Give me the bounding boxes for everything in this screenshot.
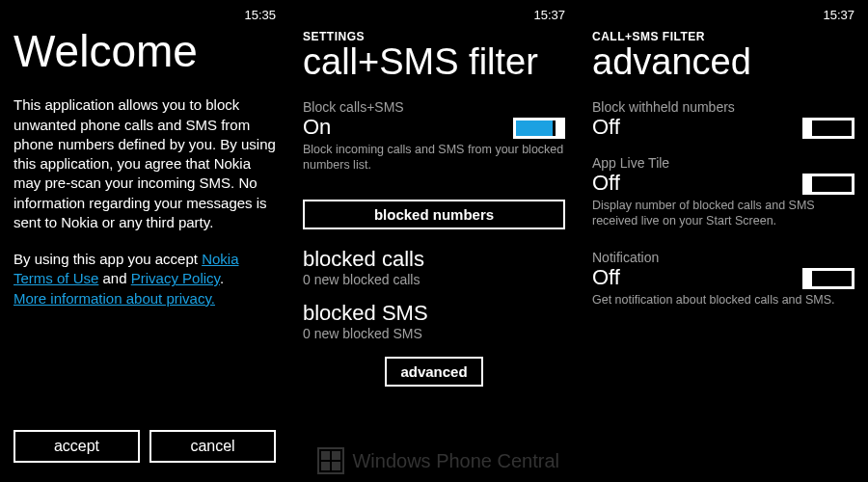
advanced-screen: 15:37 CALL+SMS FILTER advanced Block wit… xyxy=(579,0,868,482)
privacy-link[interactable]: Privacy Policy xyxy=(131,270,220,286)
setting-value: Off xyxy=(592,265,620,290)
toggle-row: On xyxy=(303,115,565,142)
page-title: Welcome xyxy=(14,28,276,74)
notification-toggle[interactable] xyxy=(802,268,854,289)
setting-description: Get notification about blocked calls and… xyxy=(592,292,854,308)
text: By using this app you accept xyxy=(14,251,202,267)
text: . xyxy=(220,270,224,286)
setting-label: App Live Tile xyxy=(592,155,854,171)
setting-label: Block calls+SMS xyxy=(303,99,565,115)
setting-value: Off xyxy=(592,171,620,196)
welcome-body-1: This application allows you to block unw… xyxy=(14,95,276,232)
toggle-row: Off xyxy=(592,265,854,292)
status-bar: 15:37 xyxy=(303,8,565,22)
blocked-calls-heading[interactable]: blocked calls xyxy=(303,247,565,272)
welcome-screen: 15:35 Welcome This application allows yo… xyxy=(0,0,289,482)
more-privacy-link[interactable]: More information about privacy. xyxy=(14,290,215,307)
live-tile-toggle[interactable] xyxy=(802,174,854,195)
clock: 15:37 xyxy=(823,8,854,22)
blocked-calls-sub: 0 new blocked calls xyxy=(303,272,565,287)
windows-icon xyxy=(317,447,344,474)
welcome-body-2: By using this app you accept Nokia Terms… xyxy=(14,250,276,308)
blocked-sms-sub: 0 new blocked SMS xyxy=(303,326,565,341)
toggle-row: Off xyxy=(592,171,854,198)
blocked-numbers-button[interactable]: blocked numbers xyxy=(303,200,565,229)
setting-value: Off xyxy=(592,115,620,140)
settings-screen: 15:37 SETTINGS call+SMS filter Block cal… xyxy=(289,0,579,482)
cancel-button[interactable]: cancel xyxy=(149,430,276,463)
text: and xyxy=(98,270,130,286)
blocked-sms-heading[interactable]: blocked SMS xyxy=(303,301,565,326)
clock: 15:35 xyxy=(244,8,276,22)
toggle-row: Off xyxy=(592,115,854,142)
page-title: call+SMS filter xyxy=(303,43,565,82)
setting-description: Block incoming calls and SMS from your b… xyxy=(303,142,565,174)
setting-value: On xyxy=(303,115,331,140)
block-calls-toggle[interactable] xyxy=(513,118,565,139)
status-bar: 15:35 xyxy=(14,8,276,22)
clock: 15:37 xyxy=(533,8,565,22)
live-tile-setting: App Live Tile Off Display number of bloc… xyxy=(592,155,854,237)
setting-label: Notification xyxy=(592,250,854,265)
accept-button[interactable]: accept xyxy=(14,430,140,463)
advanced-button[interactable]: advanced xyxy=(385,357,482,387)
setting-label: Block withheld numbers xyxy=(592,99,854,115)
page-title: advanced xyxy=(592,43,854,82)
watermark-text: Windows Phone Central xyxy=(352,450,559,472)
button-row: accept cancel xyxy=(14,430,276,469)
block-withheld-setting: Block withheld numbers Off xyxy=(592,99,854,142)
watermark: Windows Phone Central xyxy=(317,447,559,474)
setting-description: Display number of blocked calls and SMS … xyxy=(592,198,854,229)
block-withheld-toggle[interactable] xyxy=(802,118,854,139)
notification-setting: Notification Off Get notification about … xyxy=(592,250,854,315)
status-bar: 15:37 xyxy=(592,8,854,22)
block-calls-sms-setting: Block calls+SMS On Block incoming calls … xyxy=(303,99,565,181)
